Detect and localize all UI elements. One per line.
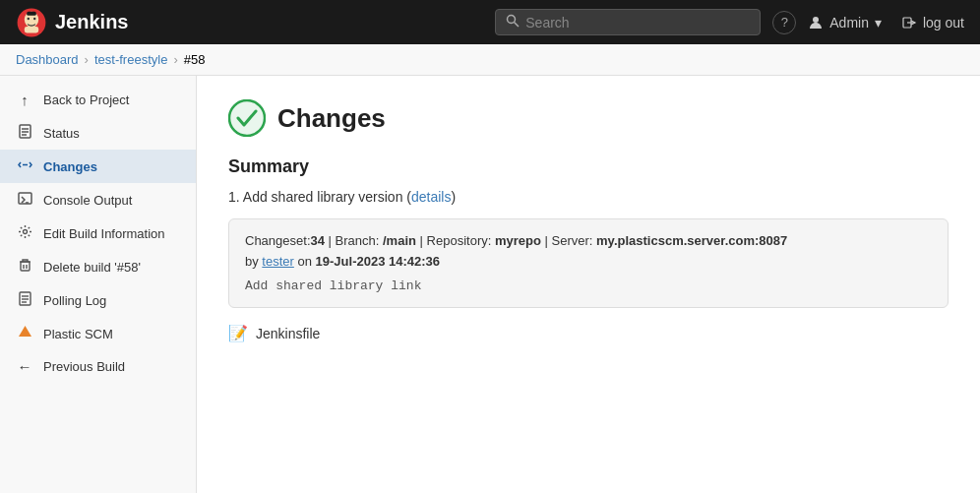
jenkinsfile-label: Jenkinsfile (256, 326, 320, 341)
help-button[interactable]: ? (772, 11, 796, 34)
sidebar-item-polling-log[interactable]: Polling Log (0, 283, 196, 317)
svg-point-18 (23, 230, 27, 234)
sidebar-item-console-output[interactable]: Console Output (0, 183, 196, 216)
changeset-user-link[interactable]: tester (262, 254, 294, 269)
back-arrow-icon: ↑ (16, 92, 33, 108)
header: Jenkins ? Admin ▾ log out (0, 0, 980, 44)
sidebar-item-previous-build[interactable]: ← Previous Build (0, 350, 196, 383)
console-icon (16, 191, 33, 209)
svg-marker-26 (19, 326, 31, 337)
svg-point-3 (33, 17, 35, 19)
changeset-id: 34 (311, 233, 325, 248)
changeset-branch-label: | Branch: (329, 233, 383, 248)
sidebar-label-plastic-scm: Plastic SCM (43, 327, 113, 341)
sidebar-item-changes[interactable]: Changes (0, 150, 196, 183)
left-arrow-icon: ← (16, 358, 33, 375)
sidebar-item-delete-build[interactable]: Delete build '#58' (0, 250, 196, 283)
breadcrumb: Dashboard › test-freestyle › #58 (0, 44, 980, 76)
user-icon (808, 15, 824, 31)
breadcrumb-dashboard[interactable]: Dashboard (16, 52, 79, 67)
summary-item: 1. Add shared library version (details) (228, 189, 949, 205)
layout: ↑ Back to Project Status Changes Console… (0, 76, 980, 493)
sidebar-label-polling-log: Polling Log (43, 293, 106, 308)
changeset-repo-label: | Repository: (420, 233, 495, 248)
logout-icon (901, 15, 917, 31)
sidebar-item-status[interactable]: Status (0, 116, 196, 150)
changeset-author-row: by tester on 19-Jul-2023 14:42:36 (245, 254, 932, 269)
logo: Jenkins (16, 7, 128, 38)
svg-rect-16 (19, 193, 31, 204)
svg-rect-19 (21, 262, 30, 271)
changes-icon (16, 157, 33, 175)
sidebar-label-edit-build-info: Edit Build Information (43, 226, 165, 241)
logout-label: log out (923, 15, 964, 31)
changeset-label: Changeset: (245, 233, 311, 248)
sidebar-item-edit-build-information[interactable]: Edit Build Information (0, 216, 196, 250)
sidebar-label-status: Status (43, 126, 80, 141)
user-menu[interactable]: Admin ▾ (808, 15, 882, 31)
jenkinsfile-icon: 📝 (228, 324, 248, 342)
sidebar-label-delete-build: Delete build '#58' (43, 260, 141, 275)
breadcrumb-current: #58 (184, 52, 206, 67)
trash-icon (16, 258, 33, 276)
changeset-on-label: on (297, 254, 315, 269)
breadcrumb-sep-2: › (173, 52, 177, 67)
summary-section-title: Summary (228, 156, 949, 177)
search-icon (506, 14, 520, 31)
sidebar-item-plastic-scm[interactable]: Plastic SCM (0, 317, 196, 350)
gear-icon (16, 224, 33, 242)
summary-item-number: 1. (228, 189, 243, 205)
page-title-row: Changes (228, 99, 949, 137)
sidebar: ↑ Back to Project Status Changes Console… (0, 76, 197, 493)
chevron-down-icon: ▾ (875, 15, 882, 31)
summary-item-text: Add shared library version ( (243, 189, 411, 205)
jenkins-logo-icon (16, 7, 47, 38)
success-check-icon (228, 99, 266, 137)
svg-rect-5 (25, 27, 38, 32)
svg-point-6 (508, 16, 516, 24)
breadcrumb-sep-1: › (85, 52, 89, 67)
svg-rect-4 (27, 11, 36, 15)
changeset-server-label: | Server: (545, 233, 597, 248)
polling-log-icon (16, 291, 33, 309)
changeset-by-label: by (245, 254, 262, 269)
status-icon (16, 124, 33, 142)
changeset-branch: /main (383, 233, 416, 248)
svg-point-2 (28, 17, 30, 19)
main-content: Changes Summary 1. Add shared library ve… (197, 76, 980, 493)
changeset-code: Add shared library link (245, 278, 932, 293)
changeset-server: my.plasticscm.server.com:8087 (596, 233, 787, 248)
breadcrumb-project[interactable]: test-freestyle (94, 52, 167, 67)
search-box[interactable] (495, 9, 761, 35)
user-label: Admin (829, 15, 869, 31)
page-title: Changes (277, 103, 386, 134)
summary-item-link[interactable]: details (411, 189, 451, 205)
changeset-meta: Changeset:34 | Branch: /main | Repositor… (245, 233, 932, 248)
sidebar-label-changes: Changes (43, 159, 97, 174)
logout-button[interactable]: log out (901, 15, 964, 31)
changeset-date: 19-Jul-2023 14:42:36 (316, 254, 440, 269)
jenkinsfile-row: 📝 Jenkinsfile (228, 324, 949, 342)
search-input[interactable] (525, 15, 712, 31)
sidebar-label-back-to-project: Back to Project (43, 93, 129, 107)
svg-line-7 (515, 23, 520, 28)
changeset-repo: myrepo (495, 233, 541, 248)
site-title[interactable]: Jenkins (55, 11, 128, 33)
svg-point-28 (229, 100, 265, 136)
svg-point-8 (813, 17, 819, 23)
sidebar-label-previous-build: Previous Build (43, 359, 125, 374)
changeset-box: Changeset:34 | Branch: /main | Repositor… (228, 218, 949, 308)
sidebar-label-console-output: Console Output (43, 193, 132, 208)
sidebar-item-back-to-project[interactable]: ↑ Back to Project (0, 84, 196, 116)
plastic-scm-icon (16, 325, 33, 342)
summary-item-close: ) (451, 189, 456, 205)
